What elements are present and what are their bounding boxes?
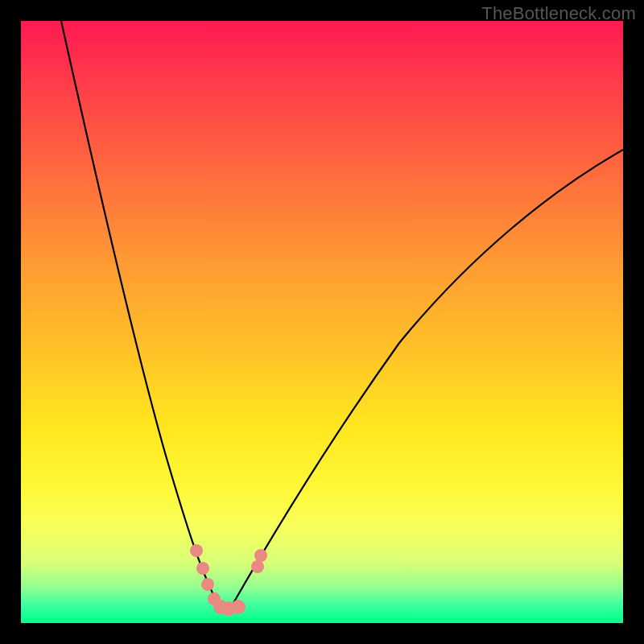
valley-dot [231, 600, 246, 614]
chart-svg [21, 21, 623, 623]
chart-plot-area [21, 21, 623, 623]
valley-dot [251, 560, 264, 573]
valley-dot [196, 562, 209, 575]
valley-dot [190, 544, 203, 557]
valley-dot [254, 549, 267, 562]
left-curve [61, 21, 221, 609]
valley-dots [190, 544, 267, 616]
right-curve [230, 150, 623, 609]
valley-dot [201, 578, 214, 591]
